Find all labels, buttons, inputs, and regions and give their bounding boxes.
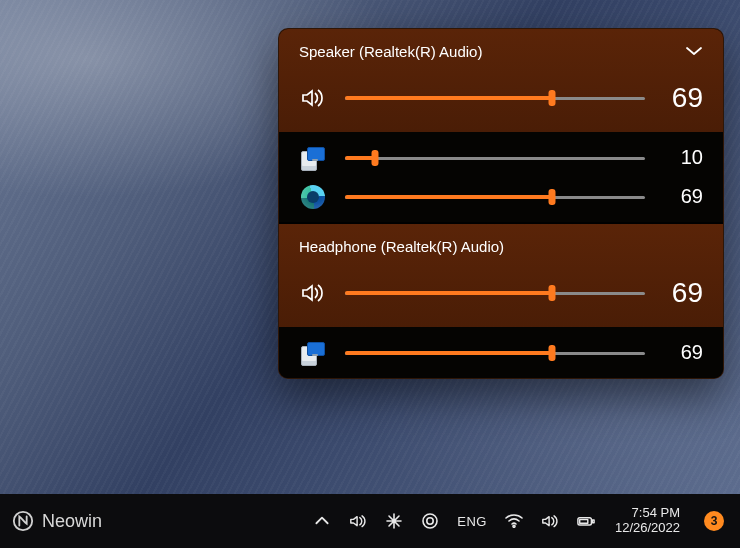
app-mixer-headphone: 69 <box>279 327 723 378</box>
app-volume-value: 10 <box>663 146 703 169</box>
app-volume-value: 69 <box>663 185 703 208</box>
copilot-icon[interactable] <box>385 512 403 530</box>
watermark-text: Neowin <box>42 511 102 532</box>
system-sounds-icon[interactable] <box>299 342 327 364</box>
onedrive-icon[interactable] <box>421 512 439 530</box>
neowin-watermark: Neowin <box>0 510 102 532</box>
device-section-headphone: Headphone (Realtek(R) Audio) 69 <box>279 224 723 327</box>
volume-tray-icon[interactable] <box>349 512 367 530</box>
device-volume-slider[interactable] <box>345 283 645 303</box>
taskbar-clock[interactable]: 7:54 PM 12/26/2022 <box>613 506 686 536</box>
clock-time: 7:54 PM <box>632 506 680 521</box>
device-volume-value: 69 <box>663 277 703 309</box>
wifi-icon[interactable] <box>505 512 523 530</box>
battery-icon[interactable] <box>577 512 595 530</box>
app-row: 69 <box>299 341 703 364</box>
sound-icon[interactable] <box>541 512 559 530</box>
neowin-logo-icon <box>12 510 34 532</box>
app-mixer-speaker: 10 69 <box>279 132 723 222</box>
speaker-icon[interactable] <box>299 87 327 109</box>
app-volume-slider[interactable] <box>345 148 645 168</box>
svg-rect-5 <box>592 520 594 523</box>
speaker-icon[interactable] <box>299 282 327 304</box>
language-indicator[interactable]: ENG <box>457 514 487 529</box>
device-volume-slider[interactable] <box>345 88 645 108</box>
app-row: 10 <box>299 146 703 169</box>
svg-point-1 <box>423 514 437 528</box>
notification-badge[interactable]: 3 <box>704 511 724 531</box>
device-label: Speaker (Realtek(R) Audio) <box>299 43 482 60</box>
edge-icon[interactable] <box>299 186 327 208</box>
svg-rect-6 <box>580 519 588 523</box>
chevron-down-icon[interactable] <box>685 43 703 60</box>
svg-point-3 <box>513 525 515 527</box>
device-section-speaker: Speaker (Realtek(R) Audio) 69 <box>279 29 723 132</box>
tray-overflow-chevron-icon[interactable] <box>313 512 331 530</box>
app-volume-slider[interactable] <box>345 343 645 363</box>
volume-flyout: Speaker (Realtek(R) Audio) 69 <box>278 28 724 379</box>
app-volume-slider[interactable] <box>345 187 645 207</box>
system-sounds-icon[interactable] <box>299 147 327 169</box>
taskbar: Neowin ENG 7:54 PM 12/26/2022 3 <box>0 494 740 548</box>
device-label: Headphone (Realtek(R) Audio) <box>299 238 504 255</box>
svg-point-2 <box>427 518 433 524</box>
clock-date: 12/26/2022 <box>615 521 680 536</box>
app-volume-value: 69 <box>663 341 703 364</box>
device-volume-value: 69 <box>663 82 703 114</box>
app-row: 69 <box>299 185 703 208</box>
system-tray: ENG 7:54 PM 12/26/2022 3 <box>307 506 740 536</box>
